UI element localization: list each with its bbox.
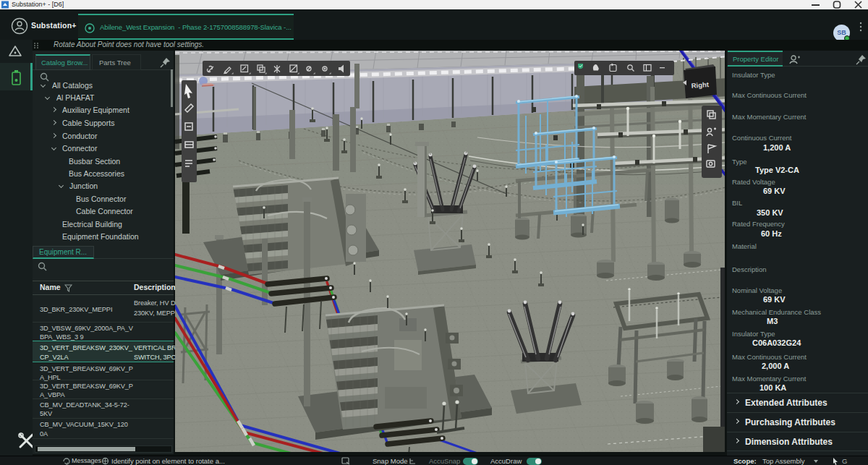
- svg-text:Right: Right: [691, 80, 710, 90]
